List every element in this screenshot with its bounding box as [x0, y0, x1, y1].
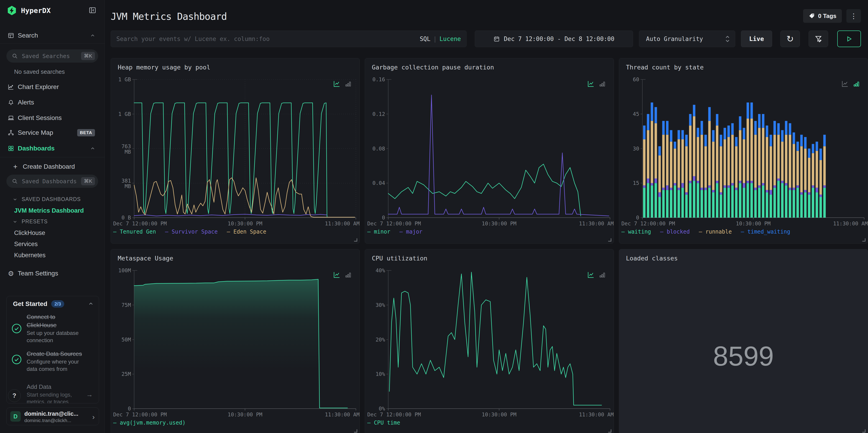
lucene-toggle[interactable]: Lucene	[439, 35, 461, 42]
step-title[interactable]: Connect to	[27, 313, 55, 320]
legend-item[interactable]: — major	[399, 228, 423, 235]
chart-mode-toggles[interactable]	[587, 80, 606, 87]
preset-services[interactable]: Services	[14, 241, 38, 248]
legend-item[interactable]: — waiting	[621, 228, 651, 235]
sidebar-item-search[interactable]: Search	[0, 29, 104, 42]
search-section-icon	[7, 32, 14, 39]
legend-item[interactable]: — timed_waiting	[741, 228, 790, 235]
sidebar-item-label: Service Map	[18, 129, 53, 136]
panel-cpu[interactable]: CPU utilization 0%10%20%30%40%Dec 7 12:0…	[365, 249, 614, 433]
thread-count-chart: 015304560Dec 7 12:00:00 PM10:30:00 PM11:…	[619, 58, 868, 244]
panel-gc-pause[interactable]: Garbage collection pause duration 00.040…	[365, 58, 614, 244]
legend-item[interactable]: — blocked	[660, 228, 690, 235]
sidebar-item-label: Dashboards	[18, 145, 55, 152]
line-chart-icon[interactable]	[587, 80, 594, 87]
tags-button[interactable]: 0 Tags	[803, 9, 842, 23]
sidebar-item-alerts[interactable]: Alerts	[0, 96, 104, 109]
resize-handle[interactable]	[862, 238, 866, 242]
chart-mode-toggles[interactable]	[333, 80, 352, 87]
kebab-menu-button[interactable]: ⋮	[846, 9, 861, 23]
svg-text:11:30:00 AM: 11:30:00 AM	[325, 411, 360, 417]
calendar-icon	[493, 36, 500, 42]
svg-text:20%: 20%	[375, 337, 385, 343]
preset-clickhouse[interactable]: ClickHouse	[14, 229, 45, 237]
panel-thread-count[interactable]: Thread count by state 015304560Dec 7 12:…	[619, 58, 868, 244]
event-search-input[interactable]: Search your events w/ Lucene ex. column:…	[111, 31, 467, 47]
panel-loaded-classes[interactable]: Loaded classes 8599	[619, 249, 868, 433]
dashboard-link-jvm-metrics[interactable]: JVM Metrics Dashboard	[14, 207, 84, 214]
arrow-right-icon[interactable]: →	[86, 391, 93, 398]
panel-metaspace[interactable]: Metaspace Usage 025M50M75M100MDec 7 12:0…	[111, 249, 360, 433]
create-dashboard-button[interactable]: + Create Dashboard	[0, 160, 104, 173]
line-chart-icon[interactable]	[333, 271, 340, 278]
svg-text:30: 30	[633, 146, 639, 152]
check-circle-icon	[11, 354, 22, 365]
resize-handle[interactable]	[608, 238, 611, 242]
saved-searches-input[interactable]: Saved Searches ⌘K	[6, 50, 98, 63]
sidebar-item-team-settings[interactable]: ⚙ Team Settings	[0, 267, 104, 280]
run-query-button[interactable]	[837, 31, 861, 47]
sidebar-item-dashboards[interactable]: Dashboards	[0, 142, 104, 155]
chart-mode-toggles[interactable]	[587, 271, 606, 278]
legend-item[interactable]: — avg(jvm.memory.used)	[113, 420, 186, 426]
svg-text:0: 0	[128, 406, 131, 411]
chart-legend: — CPU time	[367, 420, 400, 426]
legend-item[interactable]: — Eden Space	[227, 228, 266, 235]
bar-chart-icon[interactable]	[344, 80, 352, 87]
panel-heap-memory[interactable]: Heap memory usage by pool 0 B381MB763MB1…	[111, 58, 360, 244]
tags-label: 0 Tags	[818, 12, 836, 20]
sidebar-item-service-map[interactable]: Service Map BETA	[0, 126, 104, 139]
sidebar-collapse-icon[interactable]	[89, 6, 96, 14]
date-range-picker[interactable]: Dec 7 12:00:00 - Dec 8 12:00:00	[475, 31, 633, 47]
resize-handle[interactable]	[354, 429, 357, 433]
bar-chart-icon[interactable]	[599, 80, 606, 87]
chart-mode-toggles[interactable]	[333, 271, 352, 278]
sidebar-item-client-sessions[interactable]: Client Sessions	[0, 112, 104, 124]
filter-button[interactable]	[809, 31, 828, 47]
sidebar: HyperDX Search Saved Searches ⌘K No save…	[0, 0, 105, 433]
beta-badge: BETA	[77, 129, 95, 136]
live-button[interactable]: Live	[741, 31, 772, 47]
legend-item[interactable]: — CPU time	[367, 420, 400, 426]
svg-text:1 GB: 1 GB	[118, 111, 131, 117]
legend-item[interactable]: — Survivor Space	[165, 228, 218, 235]
no-saved-searches-text: No saved searches	[14, 68, 65, 75]
bar-chart-icon[interactable]	[599, 271, 606, 278]
legend-item[interactable]: — minor	[367, 228, 390, 235]
line-chart-icon[interactable]	[587, 271, 594, 278]
tag-icon	[809, 13, 815, 19]
query-language-toggle[interactable]: SQL|Lucene	[420, 35, 461, 42]
svg-text:Dec 7 12:00:00 PM: Dec 7 12:00:00 PM	[113, 411, 167, 417]
legend-item[interactable]: — runnable	[699, 228, 732, 235]
bar-chart-icon[interactable]	[344, 271, 352, 278]
chevron-up-icon[interactable]	[88, 301, 94, 307]
step-title[interactable]: Create Data Sources	[27, 350, 82, 358]
legend-item[interactable]: — Tenured Gen	[113, 228, 156, 235]
sidebar-item-chart-explorer[interactable]: Chart Explorer	[0, 81, 104, 93]
step-title[interactable]: Add Data	[27, 383, 51, 391]
preset-kubernetes[interactable]: Kubernetes	[14, 252, 45, 259]
svg-text:11:30:00 AM: 11:30:00 AM	[579, 411, 614, 417]
saved-dashboards-input[interactable]: Saved Dashboards ⌘K	[6, 175, 98, 188]
resize-handle[interactable]	[608, 429, 611, 433]
chart-mode-toggles[interactable]	[841, 80, 860, 87]
resize-handle[interactable]	[354, 238, 357, 242]
line-chart-icon[interactable]	[333, 80, 340, 87]
granularity-select[interactable]: Auto Granularity	[639, 31, 735, 47]
help-button[interactable]: ?	[8, 389, 21, 402]
section-saved-dashboards[interactable]: SAVED DASHBOARDS	[12, 196, 81, 203]
sidebar-item-label: Team Settings	[18, 270, 58, 277]
line-chart-icon[interactable]	[841, 80, 849, 87]
section-presets[interactable]: PRESETS	[12, 219, 48, 225]
page-title: JVM Metrics Dashboard	[111, 11, 227, 22]
resize-handle[interactable]	[862, 429, 866, 433]
sql-toggle[interactable]: SQL	[420, 35, 430, 42]
refresh-button[interactable]: ↻	[780, 31, 800, 47]
gc-pause-chart: 00.040.080.120.16Dec 7 12:00:00 PM10:30:…	[365, 58, 614, 244]
loaded-classes-value: 8599	[619, 340, 868, 372]
divider	[0, 43, 104, 43]
step-title[interactable]: ClickHouse	[27, 322, 57, 329]
bar-chart-icon[interactable]	[853, 80, 860, 87]
svg-text:10:30:00 PM: 10:30:00 PM	[736, 221, 771, 226]
user-menu[interactable]: D dominic.tran@clic... dominic.tran@clic…	[6, 407, 99, 425]
